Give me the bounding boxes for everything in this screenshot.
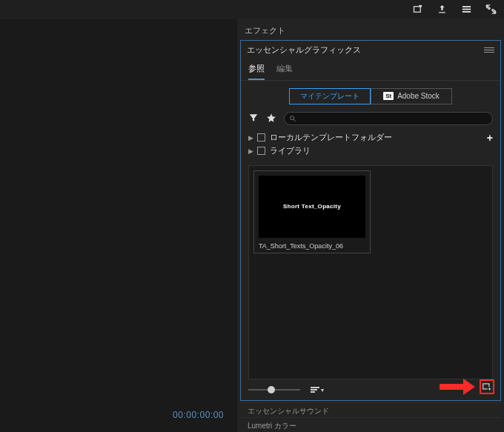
- panel-bottom-bar: ▾: [241, 379, 500, 400]
- svg-rect-3: [462, 8, 471, 10]
- panel-title[interactable]: エッセンシャルグラフィックス: [247, 44, 484, 56]
- filter-funnel-icon[interactable]: [248, 113, 259, 124]
- templates-grid: Short Text_Opacity TA_Short_Texts_Opacit…: [248, 165, 493, 379]
- template-card[interactable]: Short Text_Opacity TA_Short_Texts_Opacit…: [253, 170, 371, 253]
- add-folder-icon[interactable]: +: [487, 132, 493, 144]
- search-input[interactable]: [284, 112, 493, 125]
- panel-menu-icon[interactable]: [484, 45, 494, 56]
- template-thumbnail: Short Text_Opacity: [259, 176, 365, 238]
- export-icon[interactable]: [437, 4, 448, 16]
- chevron-right-icon: ▶: [248, 134, 253, 142]
- effects-panel-tab[interactable]: エフェクト: [237, 19, 504, 40]
- search-icon: [289, 115, 296, 122]
- tree-label: ローカルテンプレートフォルダー: [270, 132, 392, 143]
- fullscreen-icon[interactable]: [485, 4, 497, 16]
- thumbnail-size-slider[interactable]: [248, 385, 300, 394]
- top-toolbar: [0, 0, 504, 19]
- tab-browse[interactable]: 参照: [248, 63, 265, 80]
- checkbox-icon[interactable]: [257, 147, 265, 155]
- capture-icon[interactable]: [412, 4, 423, 16]
- collapsed-panels: エッセンシャルサウンド Lumetri カラー: [237, 401, 504, 432]
- tree-label: ライブラリ: [270, 145, 311, 156]
- sort-lines-icon: [311, 387, 319, 393]
- queue-icon[interactable]: [461, 4, 472, 16]
- stock-badge-icon: St: [383, 92, 394, 100]
- filter-row: [241, 109, 500, 128]
- main-area: 00:00:00:00 エフェクト エッセンシャルグラフィックス 参照 編集 マ…: [0, 19, 504, 432]
- tree-local-templates[interactable]: ▶ ローカルテンプレートフォルダー +: [248, 131, 493, 144]
- program-monitor-pane: 00:00:00:00: [0, 19, 237, 432]
- favorites-star-icon[interactable]: [266, 113, 276, 124]
- chevron-down-icon: ▾: [321, 387, 324, 393]
- template-name-label: TA_Short_Texts_Opacity_06: [259, 242, 365, 250]
- sort-menu-button[interactable]: ▾: [311, 387, 324, 393]
- thumbnail-text: Short Text_Opacity: [283, 203, 341, 210]
- my-templates-toggle[interactable]: マイテンプレート: [289, 88, 371, 104]
- adobe-stock-toggle[interactable]: St Adobe Stock: [371, 88, 452, 104]
- right-column: エフェクト エッセンシャルグラフィックス 参照 編集 マイテンプレート St: [237, 19, 504, 432]
- svg-rect-4: [462, 11, 471, 13]
- svg-point-5: [291, 116, 294, 119]
- install-mogrt-button[interactable]: [480, 379, 494, 394]
- eg-tabs: 参照 編集: [241, 60, 500, 81]
- lumetri-color-tab[interactable]: Lumetri カラー: [240, 417, 501, 432]
- svg-rect-0: [414, 6, 421, 12]
- timecode-display[interactable]: 00:00:00:00: [173, 410, 224, 420]
- tab-edit[interactable]: 編集: [276, 63, 293, 80]
- panel-title-row: エッセンシャルグラフィックス: [241, 41, 500, 60]
- essential-sound-tab[interactable]: エッセンシャルサウンド: [240, 402, 501, 417]
- essential-graphics-panel: エッセンシャルグラフィックス 参照 編集 マイテンプレート St Adobe S…: [240, 40, 501, 401]
- slider-thumb[interactable]: [268, 386, 275, 393]
- folder-tree: ▶ ローカルテンプレートフォルダー + ▶ ライブラリ: [241, 128, 500, 161]
- svg-line-6: [294, 119, 296, 122]
- my-templates-label: マイテンプレート: [300, 91, 359, 102]
- checkbox-icon[interactable]: [257, 133, 265, 142]
- adobe-stock-label: Adobe Stock: [397, 92, 440, 100]
- svg-rect-1: [419, 4, 422, 7]
- svg-rect-2: [462, 6, 471, 7]
- source-toggle-row: マイテンプレート St Adobe Stock: [241, 81, 500, 109]
- tree-library[interactable]: ▶ ライブラリ: [248, 144, 493, 158]
- chevron-right-icon: ▶: [248, 147, 253, 155]
